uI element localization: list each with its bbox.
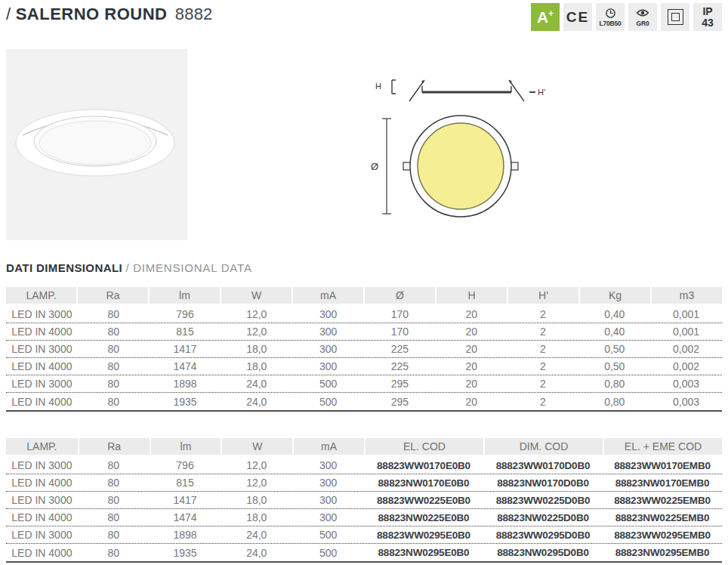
cell: 20 — [436, 323, 507, 340]
product-photo — [6, 49, 187, 240]
cell: 88823NW0170D0B0 — [483, 474, 603, 491]
led-surface — [418, 123, 504, 209]
cell: 2 — [507, 323, 579, 340]
cell: LED IN 3000 — [6, 526, 78, 543]
table-row: LED IN 300080189824,050088823WW0295E0B08… — [6, 526, 722, 544]
cell: 0,001 — [650, 306, 722, 323]
cell: 88823NW0170E0B0 — [364, 474, 483, 491]
cell: LED IN 3000 — [6, 457, 78, 474]
cell: 20 — [436, 306, 507, 323]
column-header: DIM. COD — [483, 438, 603, 455]
cell: LED IN 4000 — [6, 509, 78, 526]
cell: 300 — [292, 323, 364, 340]
cell: 20 — [436, 341, 507, 357]
table-row: LED IN 40008081512,030088823NW0170E0B088… — [6, 474, 722, 492]
cell: 80 — [78, 526, 150, 543]
cell: LED IN 4000 — [6, 393, 78, 410]
cell: 80 — [78, 375, 150, 392]
cell: 1898 — [150, 375, 221, 392]
cell: 2 — [507, 306, 579, 323]
column-header: EL. COD — [364, 438, 483, 455]
cell: 24,0 — [221, 544, 292, 561]
codes-table: LAMP.RalmWmAEL. CODDIM. CODEL. + EME COD… — [6, 438, 722, 563]
h-dim-label: H — [375, 82, 381, 91]
cell: 0,80 — [578, 393, 650, 410]
cell: 12,0 — [221, 323, 292, 340]
cell: LED IN 3000 — [6, 492, 78, 508]
table-row: LED IN 300080141718,03002252020,500,002 — [6, 341, 722, 358]
cell: 0,001 — [650, 323, 722, 340]
lifetime-label: L70B50 — [599, 20, 621, 27]
lifetime-badge: L70B50 — [596, 3, 625, 31]
cell: 18,0 — [221, 358, 292, 375]
cell: 12,0 — [221, 474, 292, 491]
cell: 300 — [292, 457, 364, 474]
h-prime-dim-label: H' — [538, 88, 545, 97]
dimensional-table-body: LED IN 30008079612,03001702020,400,001LE… — [6, 306, 722, 412]
cell: 500 — [292, 393, 364, 410]
codes-table-body: LED IN 30008079612,030088823WW0170E0B088… — [6, 457, 722, 563]
column-header: lm — [150, 438, 221, 455]
energy-class-badge: A+ — [531, 3, 560, 31]
cell: 12,0 — [221, 457, 292, 474]
column-header: mA — [292, 438, 364, 455]
cell: 2 — [507, 341, 579, 357]
cell: 815 — [150, 323, 221, 340]
cell: 80 — [78, 306, 150, 323]
cell: 80 — [78, 457, 150, 474]
cell: 295 — [364, 393, 436, 410]
column-header: Ra — [78, 438, 150, 455]
cell: 796 — [150, 306, 221, 323]
cell: 80 — [78, 474, 150, 491]
cell: 0,80 — [578, 375, 650, 392]
cell: 300 — [292, 492, 364, 508]
eye-icon — [636, 7, 649, 19]
cell: 0,40 — [578, 323, 650, 340]
cell: 500 — [292, 375, 364, 392]
cell: 88823NW0170EMB0 — [603, 474, 722, 491]
cell: 20 — [436, 375, 507, 392]
section-heading: DATI DIMENSIONALI / DIMENSIONAL DATA — [6, 261, 252, 274]
page-title: / SALERNO ROUND 8882 — [6, 5, 213, 24]
cell: 0,50 — [578, 341, 650, 357]
ip-label-line1: IP — [702, 6, 712, 17]
ip-rating-badge: IP 43 — [693, 3, 722, 31]
cell: 300 — [292, 341, 364, 357]
cell: 80 — [78, 544, 150, 561]
cell: 88823NW0225E0B0 — [364, 509, 483, 526]
cell: 88823NW0295E0B0 — [364, 544, 483, 561]
cell: 0,50 — [578, 358, 650, 375]
cell: 170 — [364, 306, 436, 323]
cell: 80 — [78, 492, 150, 508]
cell: 2 — [507, 393, 579, 410]
cell: 80 — [78, 393, 150, 410]
cell: 1474 — [150, 509, 221, 526]
cell: 1417 — [150, 341, 221, 357]
section-title-en: DIMENSIONAL DATA — [133, 261, 252, 274]
column-header: Ra — [76, 287, 148, 304]
cell: 0,003 — [650, 375, 722, 392]
cell: 0,002 — [650, 341, 722, 357]
table-row: LED IN 30008079612,03001702020,400,001 — [6, 306, 722, 323]
cell: 88823WW0225D0B0 — [483, 492, 603, 508]
table-row: LED IN 400080147418,030088823NW0225E0B08… — [6, 509, 722, 526]
cell: 300 — [292, 306, 364, 323]
energy-class-label: A+ — [537, 8, 554, 26]
cell: LED IN 3000 — [6, 306, 78, 323]
cell: 1474 — [150, 358, 221, 375]
cell: 88823WW0295E0B0 — [364, 526, 483, 543]
cell: 2 — [507, 375, 579, 392]
codes-table-header: LAMP.RalmWmAEL. CODDIM. CODEL. + EME COD — [6, 438, 722, 455]
cell: 295 — [364, 375, 436, 392]
cell: 88823WW0225EMB0 — [603, 492, 722, 508]
cell: 80 — [78, 509, 150, 526]
cell: 18,0 — [221, 509, 292, 526]
cell: 1935 — [150, 393, 221, 410]
column-header: EL. + EME COD — [603, 438, 722, 455]
cell: LED IN 3000 — [6, 341, 78, 357]
cell: 170 — [364, 323, 436, 340]
cell: 12,0 — [221, 306, 292, 323]
cell: 88823WW0170D0B0 — [483, 457, 603, 474]
product-title: SALERNO ROUND — [16, 5, 168, 23]
cell: 500 — [292, 544, 364, 561]
